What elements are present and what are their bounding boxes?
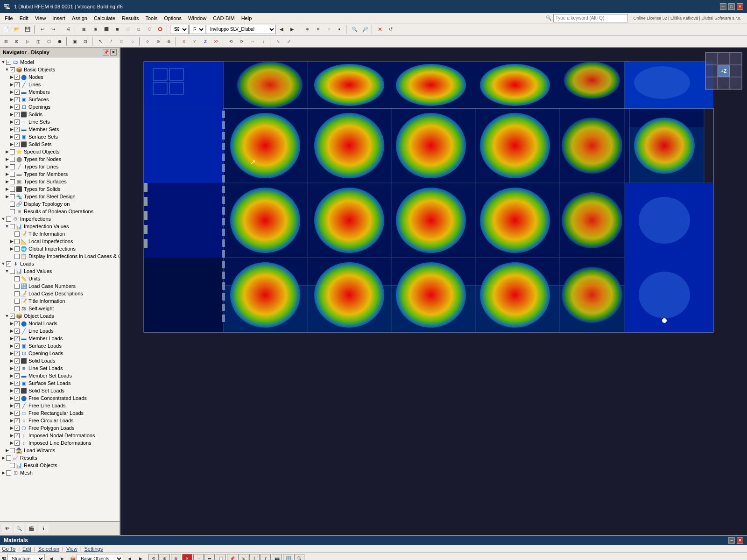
axis-x1[interactable]: X¹ [211, 37, 221, 46]
tree-units[interactable]: 📏 Units [0, 275, 120, 282]
t2-cursor[interactable]: ↖ [95, 37, 106, 46]
expand-types-nodes[interactable]: ▶ [5, 157, 9, 161]
exp-member-set-loads[interactable]: ▶ [9, 373, 14, 378]
check-topology[interactable] [10, 202, 15, 207]
check-types-nodes[interactable] [10, 157, 15, 162]
check-nodes[interactable] [14, 75, 20, 80]
open-btn[interactable]: 📂 [12, 25, 22, 34]
exp-solid-set-loads[interactable]: ▶ [9, 388, 14, 393]
exp-solid-loads[interactable]: ▶ [9, 358, 14, 363]
undo-btn[interactable]: ↩ [37, 25, 48, 34]
tree-model[interactable]: ▼ 🗂 Model [0, 58, 120, 66]
tree-types-solids[interactable]: ▶ ⬛ Types for Solids [0, 185, 120, 193]
exp-free-poly-loads[interactable]: ▶ [9, 426, 14, 430]
exp-surface-loads[interactable]: ▶ [9, 343, 14, 348]
exp-title-info-loads[interactable] [9, 299, 14, 303]
tree-nodes[interactable]: ▶ ⬤ Nodes [0, 73, 120, 81]
tree-object-loads[interactable]: ▼ 📦 Object Loads [0, 312, 120, 320]
mode-btn1[interactable]: ⊕ [302, 25, 312, 34]
tree-lc-desc[interactable]: 📝 Load Case Descriptions [0, 290, 120, 297]
exp-surface-set-loads[interactable]: ▶ [9, 381, 14, 385]
cube-mid-left[interactable] [705, 65, 718, 77]
expand-line-sets[interactable]: ▶ [9, 119, 14, 124]
check-solids[interactable] [14, 112, 20, 117]
exp-imposed-line[interactable]: ▶ [9, 441, 14, 445]
t2-btn5[interactable]: ⬡ [44, 37, 54, 46]
check-results[interactable] [6, 455, 11, 461]
tree-load-wizards[interactable]: ▶ 🧙 Load Wizards [0, 447, 120, 454]
tree-global-imperf[interactable]: ▶ 🌐 Global Imperfections [0, 245, 120, 252]
expand-solids[interactable]: ▶ [9, 112, 14, 117]
nav-close-btn[interactable]: ✕ [110, 49, 117, 56]
tree-solid-set-loads[interactable]: ▶ ⬛ Solid Set Loads [0, 387, 120, 394]
check-units[interactable] [14, 276, 20, 281]
expand-imperf-values[interactable]: ▼ [5, 224, 9, 229]
exp-free-line-loads[interactable]: ▶ [9, 403, 14, 408]
cube-bot-center[interactable] [718, 77, 730, 89]
tree-boolean-results[interactable]: ⊕ Results of Boolean Operations [0, 208, 120, 215]
tree-openings[interactable]: ▶ ⊡ Openings [0, 103, 120, 111]
expand-members[interactable]: ▶ [9, 90, 14, 94]
check-surface-loads[interactable] [14, 343, 20, 349]
check-surface-sets[interactable] [14, 134, 20, 140]
tree-surfaces[interactable]: ▶ ▣ Surfaces [0, 96, 120, 103]
expand-types-surfaces[interactable]: ▶ [5, 179, 9, 184]
tree-free-rect-loads[interactable]: ▶ ▭ Free Rectangular Loads [0, 409, 120, 417]
nav-pin-btn[interactable]: 📌 [103, 49, 109, 56]
filter-btn4[interactable]: ✕ [182, 554, 192, 560]
check-types-lines[interactable] [10, 164, 15, 169]
tree-types-surfaces[interactable]: ▶ ▣ Types for Surfaces [0, 178, 120, 185]
expand-surface-sets[interactable]: ▶ [9, 134, 14, 139]
btn1[interactable]: ▦ [78, 25, 90, 34]
window-controls[interactable]: ─ □ ✕ [720, 3, 743, 10]
exp-self-weight[interactable] [9, 306, 14, 311]
navigator-bottom-icons[interactable]: 👁 🔍 🎬 ℹ [0, 521, 120, 535]
structure-dropdown[interactable]: Structure [7, 554, 45, 560]
check-free-circ-loads[interactable] [14, 418, 20, 423]
tree-members[interactable]: ▶ ▬ Members [0, 88, 120, 96]
check-lines[interactable] [14, 82, 20, 87]
check-line-set-loads[interactable] [14, 366, 20, 371]
btn2[interactable]: ▣ [91, 25, 101, 34]
check-basic[interactable] [10, 67, 15, 72]
filter-btn3[interactable]: ⊗ [171, 554, 181, 560]
expand-types-members[interactable]: ▶ [5, 172, 9, 176]
nav-info-btn[interactable]: ℹ [38, 524, 49, 533]
cube-top-left[interactable] [705, 53, 718, 65]
t2-extra2[interactable]: ⟳ [237, 37, 247, 46]
cube-mid-center[interactable]: +Z [718, 65, 730, 77]
tree-load-values[interactable]: ▼ 📊 Load Values [0, 267, 120, 275]
tree-nodal-loads[interactable]: ▶ ⬤ Nodal Loads [0, 320, 120, 327]
exp-load-wizards[interactable]: ▶ [5, 448, 9, 453]
t2-btn4[interactable]: ◫ [33, 37, 43, 46]
filter-btn8[interactable]: 📌 [227, 554, 237, 560]
check-object-loads[interactable] [10, 314, 15, 319]
t2-deselect[interactable]: ⊡ [80, 37, 91, 46]
sels-dropdown[interactable]: SElS [170, 25, 189, 34]
check-types-steel[interactable] [10, 194, 15, 199]
filter-btn5[interactable]: → [193, 554, 204, 560]
tree-display-imperf-lc[interactable]: 📋 Display Imperfections in Load Cases & … [0, 252, 120, 260]
tree-types-nodes[interactable]: ▶ ⬤ Types for Nodes [0, 155, 120, 163]
filter-prev[interactable]: ◀ [46, 554, 56, 560]
check-load-wizards[interactable] [10, 448, 15, 453]
tree-types-members[interactable]: ▶ ▬ Types for Members [0, 170, 120, 178]
check-line-sets[interactable] [14, 119, 20, 125]
btn7[interactable]: ⬡ [144, 25, 155, 34]
check-imposed-line[interactable] [14, 441, 20, 446]
redo-btn[interactable]: ↪ [48, 25, 58, 34]
basic-objects-dropdown[interactable]: Basic Objects [77, 554, 123, 560]
exp-line-loads[interactable]: ▶ [9, 329, 14, 333]
exp-free-rect-loads[interactable]: ▶ [9, 411, 14, 415]
keyword-search[interactable] [553, 14, 628, 22]
cube-top-right[interactable] [730, 53, 742, 65]
t2-extra3[interactable]: ↔ [247, 37, 258, 46]
close-btn2[interactable]: ✕ [375, 25, 385, 34]
cube-nav-grid[interactable]: +Z [705, 52, 742, 90]
t2-snap1[interactable]: ⊹ [142, 37, 153, 46]
rc7-dropdown[interactable]: RC7 [189, 25, 205, 34]
check-result-objects[interactable] [10, 463, 15, 468]
exp-opening-loads[interactable]: ▶ [9, 351, 14, 356]
t2-select[interactable]: ▣ [70, 37, 80, 46]
materials-close-btn[interactable]: ✕ [737, 537, 743, 544]
